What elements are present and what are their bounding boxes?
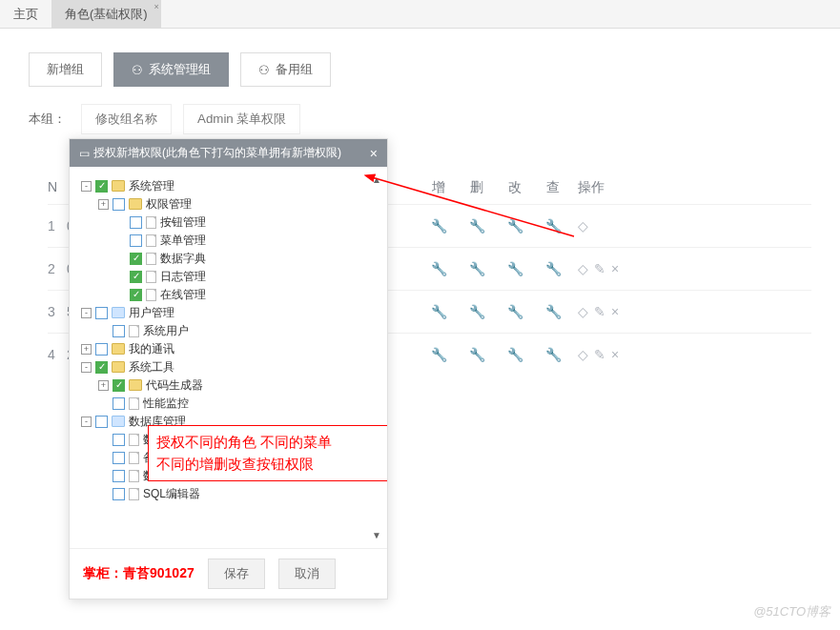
- expand-icon[interactable]: +: [98, 199, 109, 210]
- folder-icon: [129, 379, 142, 391]
- checkbox[interactable]: [113, 379, 125, 392]
- close-icon[interactable]: ×: [154, 2, 158, 11]
- checkbox[interactable]: [113, 325, 125, 337]
- checkbox[interactable]: [130, 253, 142, 265]
- scroll-down-icon[interactable]: ▼: [372, 530, 381, 540]
- wrench-icon[interactable]: 🔧: [469, 304, 485, 319]
- file-icon: [146, 289, 156, 301]
- toggle-blank: [98, 435, 109, 445]
- expand-icon[interactable]: +: [81, 344, 92, 355]
- checkbox[interactable]: [130, 289, 142, 301]
- wrench-icon[interactable]: 🔧: [507, 218, 523, 234]
- backup-group-button[interactable]: ⚇ 备用组: [240, 52, 331, 87]
- wrench-icon[interactable]: 🔧: [507, 261, 523, 276]
- file-icon: [129, 470, 139, 482]
- tree-node-label: 按钮管理: [160, 214, 206, 231]
- tree-node[interactable]: 数据字典: [75, 250, 378, 267]
- collapse-icon[interactable]: -: [81, 362, 92, 373]
- permission-dialog: ▭ 授权新增权限(此角色下打勾的菜单拥有新增权限) × ▲ -系统管理+权限管理…: [69, 138, 388, 600]
- tree-node[interactable]: 日志管理: [75, 268, 378, 285]
- tag-icon[interactable]: ◇: [578, 261, 588, 276]
- collapse-icon[interactable]: -: [81, 308, 92, 318]
- sys-group-button[interactable]: ⚇ 系统管理组: [113, 52, 229, 87]
- file-icon: [146, 271, 156, 283]
- delete-icon[interactable]: ×: [611, 261, 619, 276]
- tag-icon[interactable]: ◇: [578, 304, 588, 319]
- tag-icon[interactable]: ◇: [578, 347, 588, 362]
- wrench-icon[interactable]: 🔧: [469, 347, 485, 362]
- file-icon: [146, 216, 156, 229]
- tree-node[interactable]: SQL编辑器: [75, 485, 378, 502]
- wrench-icon[interactable]: 🔧: [545, 304, 562, 319]
- wrench-icon[interactable]: 🔧: [469, 261, 485, 276]
- folder-icon: [112, 343, 125, 355]
- tree-node[interactable]: +权限管理: [75, 195, 378, 213]
- tree-node[interactable]: 系统用户: [75, 322, 378, 339]
- tree-node-label: 日志管理: [160, 269, 206, 285]
- checkbox[interactable]: [113, 470, 125, 482]
- wrench-icon[interactable]: 🔧: [431, 218, 447, 234]
- delete-icon[interactable]: ×: [611, 347, 619, 362]
- checkbox[interactable]: [130, 216, 142, 229]
- rename-group-button[interactable]: 修改组名称: [81, 104, 172, 134]
- tree-node[interactable]: +代码生成器: [75, 376, 378, 394]
- tree-node[interactable]: +我的通讯: [75, 340, 378, 357]
- file-icon: [146, 253, 156, 265]
- expand-icon[interactable]: +: [98, 380, 109, 391]
- wrench-icon[interactable]: 🔧: [431, 347, 447, 362]
- new-group-button[interactable]: 新增组: [29, 52, 102, 87]
- cell-n: 1: [48, 218, 67, 234]
- checkbox[interactable]: [113, 198, 125, 211]
- admin-perm-button[interactable]: Admin 菜单权限: [183, 104, 300, 134]
- checkbox[interactable]: [95, 307, 108, 319]
- wrench-icon[interactable]: 🔧: [431, 304, 447, 319]
- tab-roles[interactable]: 角色(基础权限) ×: [51, 0, 161, 29]
- checkbox[interactable]: [95, 343, 108, 356]
- checkbox[interactable]: [113, 452, 125, 464]
- tree-node[interactable]: 按钮管理: [75, 213, 378, 231]
- wrench-icon[interactable]: 🔧: [431, 261, 447, 276]
- folder-icon: [112, 307, 125, 318]
- tree-node[interactable]: -用户管理: [75, 304, 378, 321]
- wrench-icon[interactable]: 🔧: [545, 261, 562, 276]
- th-edit: 改: [496, 179, 534, 196]
- tree-node[interactable]: 性能监控: [75, 395, 378, 412]
- checkbox[interactable]: [130, 234, 142, 247]
- tree-node[interactable]: 在线管理: [75, 286, 378, 303]
- checkbox[interactable]: [95, 361, 108, 374]
- wrench-icon[interactable]: 🔧: [545, 347, 562, 362]
- checkbox[interactable]: [113, 488, 125, 500]
- th-n: N: [48, 179, 67, 196]
- dialog-body: ▲ -系统管理+权限管理按钮管理菜单管理数据字典日志管理在线管理-用户管理系统用…: [70, 167, 387, 548]
- scroll-up-icon[interactable]: ▲: [372, 174, 381, 185]
- tag-icon[interactable]: ◇: [578, 218, 588, 234]
- wrench-icon[interactable]: 🔧: [507, 304, 523, 319]
- collapse-icon[interactable]: -: [81, 417, 92, 427]
- tree-node[interactable]: 菜单管理: [75, 232, 378, 249]
- checkbox[interactable]: [95, 180, 108, 193]
- annotation-line2: 不同的增删改查按钮权限: [156, 454, 387, 476]
- delete-icon[interactable]: ×: [611, 304, 619, 319]
- toggle-blank: [115, 235, 126, 246]
- tab-home[interactable]: 主页: [0, 0, 51, 29]
- collapse-icon[interactable]: -: [81, 181, 92, 192]
- checkbox[interactable]: [113, 397, 125, 410]
- edit-icon[interactable]: ✎: [594, 304, 605, 319]
- edit-icon[interactable]: ✎: [594, 261, 605, 276]
- toggle-blank: [115, 272, 126, 282]
- dialog-header[interactable]: ▭ 授权新增权限(此角色下打勾的菜单拥有新增权限) ×: [70, 139, 387, 167]
- close-icon[interactable]: ×: [370, 146, 378, 161]
- wrench-icon[interactable]: 🔧: [545, 218, 562, 234]
- checkbox[interactable]: [130, 271, 142, 283]
- tree-node-label: 系统工具: [129, 359, 174, 376]
- edit-icon[interactable]: ✎: [594, 347, 605, 362]
- tree-node[interactable]: -系统工具: [75, 358, 378, 376]
- cancel-button[interactable]: 取消: [278, 559, 336, 589]
- file-icon: [129, 452, 139, 464]
- wrench-icon[interactable]: 🔧: [507, 347, 523, 362]
- wrench-icon[interactable]: 🔧: [469, 218, 485, 234]
- tree-node[interactable]: -系统管理: [75, 177, 378, 194]
- save-button[interactable]: 保存: [208, 559, 265, 589]
- checkbox[interactable]: [95, 416, 108, 428]
- checkbox[interactable]: [113, 434, 125, 446]
